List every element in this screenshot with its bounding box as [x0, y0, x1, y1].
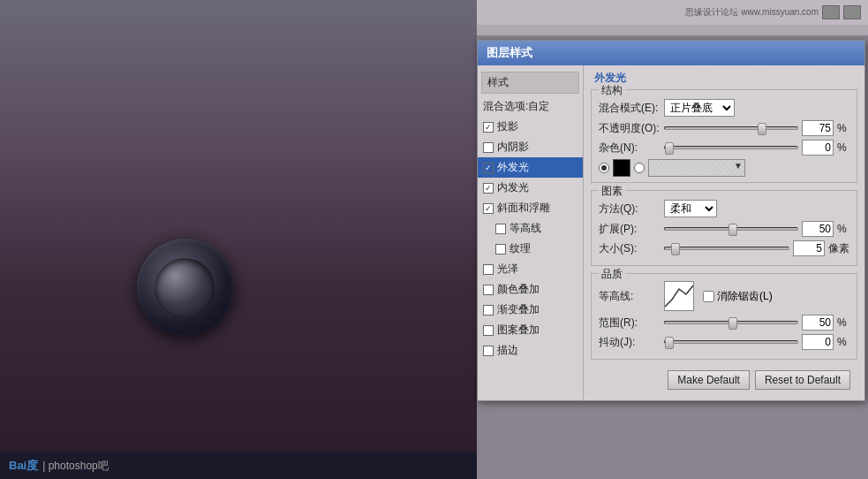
noise-label: 杂色(N): [599, 141, 660, 156]
circle-inner [155, 258, 215, 318]
sidebar-item-outer-glow[interactable]: 外发光 [478, 157, 583, 178]
jitter-thumb[interactable] [665, 337, 674, 349]
method-row: 方法(Q): 柔和 [599, 200, 849, 217]
spread-unit: % [837, 223, 849, 235]
bottom-bar-text: | photoshop吧 [42, 459, 109, 474]
range-slider[interactable] [664, 321, 798, 324]
pattern-overlay-label: 图案叠加 [497, 323, 540, 338]
sidebar-item-texture[interactable]: 纹理 [478, 239, 583, 259]
structure-title: 结构 [599, 83, 625, 98]
sidebar-item-contour[interactable]: 等高线 [478, 218, 583, 239]
opacity-label: 不透明度(O): [599, 121, 660, 136]
inner-glow-label: 内发光 [497, 180, 529, 195]
sidebar-item-gradient-overlay[interactable]: 渐变叠加 [478, 300, 583, 320]
color-overlay-checkbox[interactable] [483, 285, 494, 295]
jitter-row: 抖动(J): % [599, 334, 849, 350]
sidebar-item-stroke[interactable]: 描边 [478, 340, 583, 361]
stroke-checkbox[interactable] [483, 346, 494, 356]
sidebar-item-shadow[interactable]: 投影 [478, 117, 583, 137]
sidebar-item-color-overlay[interactable]: 颜色叠加 [478, 279, 583, 300]
opacity-input[interactable]: 75 [802, 120, 834, 136]
size-thumb[interactable] [671, 243, 680, 255]
jitter-input[interactable] [802, 334, 834, 350]
size-slider[interactable] [664, 247, 789, 250]
jitter-slider[interactable] [664, 340, 798, 344]
range-thumb[interactable] [728, 317, 737, 330]
method-select[interactable]: 柔和 [664, 200, 717, 217]
sidebar-item-blend[interactable]: 混合选项:自定 [478, 96, 583, 117]
panel-header[interactable]: 样式 [481, 72, 579, 94]
pattern-overlay-checkbox[interactable] [483, 325, 494, 336]
dialog-bottom: Make Default Reset to Default [591, 367, 857, 395]
contour-row: 等高线: 消除锯齿(L) [599, 281, 849, 311]
color-row [599, 159, 849, 177]
satin-label: 光泽 [497, 262, 518, 277]
range-unit: % [837, 316, 849, 329]
inner-glow-checkbox[interactable] [483, 183, 494, 194]
sidebar-item-satin[interactable]: 光泽 [478, 259, 583, 279]
sidebar-item-pattern-overlay[interactable]: 图案叠加 [478, 320, 583, 340]
gradient-overlay-checkbox[interactable] [483, 305, 494, 316]
color-swatch-black[interactable] [613, 159, 630, 177]
gradient-swatch[interactable] [648, 159, 745, 177]
stroke-label: 描边 [497, 343, 518, 358]
inner-shadow-label: 内阴影 [497, 140, 529, 155]
blend-mode-row: 混合模式(E): 正片叠底 [599, 99, 849, 117]
contour-checkbox[interactable] [495, 224, 506, 234]
opacity-thumb[interactable] [758, 123, 766, 135]
sidebar-item-bevel[interactable]: 斜面和浮雕 [478, 198, 583, 218]
opacity-slider[interactable] [664, 126, 798, 130]
bevel-checkbox[interactable] [483, 203, 494, 214]
make-default-button[interactable]: Make Default [668, 370, 750, 390]
outer-glow-checkbox[interactable] [483, 163, 494, 173]
spread-row: 扩展(P): % [599, 221, 849, 237]
layer-style-dialog: 图层样式 样式 混合选项:自定 投影 内阴影 外发光 [477, 40, 865, 401]
method-label: 方法(Q): [599, 201, 660, 217]
contour-thumbnail[interactable] [664, 281, 694, 311]
satin-checkbox[interactable] [483, 264, 494, 275]
anti-alias-label[interactable]: 消除锯齿(L) [703, 289, 773, 304]
texture-checkbox[interactable] [495, 244, 506, 255]
top-icon-box2 [843, 5, 861, 19]
range-input[interactable] [802, 315, 834, 331]
gradient-overlay-label: 渐变叠加 [497, 302, 540, 317]
jitter-unit: % [837, 336, 849, 348]
color-overlay-label: 颜色叠加 [497, 282, 540, 297]
noise-slider[interactable] [664, 146, 798, 149]
radio-gradient[interactable] [634, 163, 645, 173]
inner-shadow-checkbox[interactable] [483, 142, 494, 153]
size-label: 大小(S): [599, 241, 660, 256]
noise-input[interactable] [802, 140, 834, 156]
range-row: 范围(R): % [599, 315, 849, 331]
outer-glow-label: 外发光 [497, 160, 529, 175]
jitter-label: 抖动(J): [599, 335, 660, 350]
section-title-outer-glow: 外发光 [591, 71, 857, 86]
dialog-body: 样式 混合选项:自定 投影 内阴影 外发光 [478, 65, 864, 400]
left-panel: 样式 混合选项:自定 投影 内阴影 外发光 [478, 65, 584, 400]
size-input[interactable] [793, 240, 825, 256]
texture-label: 纹理 [509, 241, 531, 256]
top-bar-right: 思缘设计论坛 www.missyuan.com [477, 0, 868, 25]
anti-alias-checkbox[interactable] [703, 291, 714, 302]
shadow-checkbox[interactable] [483, 122, 494, 133]
elements-title: 图素 [599, 184, 625, 199]
blend-mode-label: 混合模式(E): [599, 101, 660, 116]
reset-to-default-button[interactable]: Reset to Default [755, 370, 850, 390]
noise-unit: % [837, 141, 849, 154]
range-label: 范围(R): [599, 316, 660, 331]
contour-label: 等高线 [509, 221, 541, 236]
radio-color[interactable] [599, 163, 609, 173]
top-logo-text: 思缘设计论坛 www.missyuan.com [685, 6, 819, 19]
noise-thumb[interactable] [665, 142, 674, 155]
spread-slider[interactable] [664, 227, 798, 231]
sidebar-item-inner-shadow[interactable]: 内阴影 [478, 137, 583, 157]
opacity-row: 不透明度(O): 75 % [599, 120, 849, 136]
spread-input[interactable] [802, 221, 834, 237]
sidebar-item-inner-glow[interactable]: 内发光 [478, 178, 583, 198]
noise-row: 杂色(N): % [599, 140, 849, 156]
bg-left [0, 0, 477, 479]
quality-title: 品质 [599, 267, 625, 282]
spread-thumb[interactable] [728, 224, 737, 236]
blend-mode-select[interactable]: 正片叠底 [664, 99, 735, 117]
size-row: 大小(S): 像素 [599, 240, 849, 256]
